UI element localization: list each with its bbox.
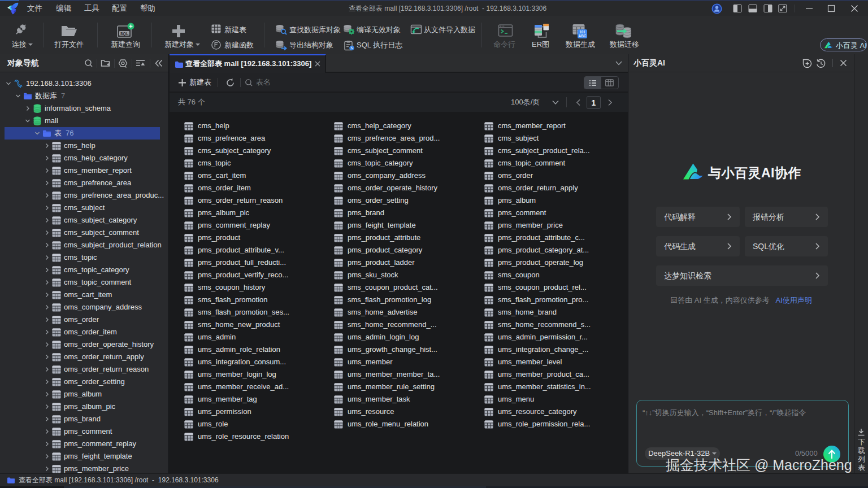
svg-text:101: 101 (579, 30, 585, 34)
svg-text:ABC: ABC (579, 34, 587, 38)
svg-text:SQL: SQL (120, 32, 129, 36)
